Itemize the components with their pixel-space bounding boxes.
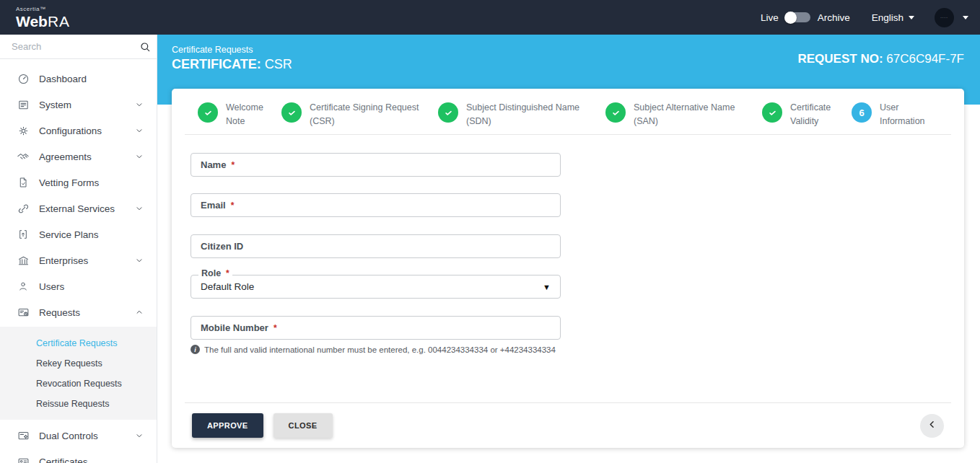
chevron-down-icon (135, 256, 144, 265)
mobile-number-field[interactable]: Mobile Number * (191, 316, 561, 340)
handshake-icon (17, 150, 30, 163)
required-asterisk: * (226, 268, 229, 278)
avatar-text: ···· (940, 15, 948, 19)
chevron-down-icon (135, 152, 144, 161)
search-input[interactable] (12, 41, 139, 52)
user-information-form: Name * Email * Citizen ID Role* Default … (172, 135, 964, 354)
request-card-icon (17, 306, 30, 319)
check-icon (762, 102, 782, 123)
name-field[interactable]: Name * (191, 153, 561, 177)
sidebar-item-label: Requests (39, 307, 80, 318)
chevron-down-icon: ▼ (543, 283, 551, 291)
dual-card-icon (17, 429, 30, 442)
sidebar-item-enterprises[interactable]: Enterprises (0, 247, 157, 273)
sidebar-item-label: Certificates (39, 457, 88, 463)
gear-icon (17, 124, 30, 137)
step-welcome-note[interactable]: Welcome Note (198, 102, 272, 128)
check-icon (281, 102, 302, 123)
email-field[interactable]: Email * (191, 193, 561, 217)
step-user-information[interactable]: 6 User Information (852, 102, 941, 128)
step-number-badge: 6 (852, 102, 872, 123)
submenu-item-certificate-requests[interactable]: Certificate Requests (0, 333, 157, 353)
previous-step-button[interactable] (920, 414, 944, 438)
main-content: Certificate Requests CERTIFICATE: CSR RE… (157, 35, 980, 463)
sidebar-item-service-plans[interactable]: Service Plans (0, 221, 157, 247)
required-asterisk: * (231, 200, 235, 211)
role-selected-value: Default Role (201, 281, 254, 292)
step-certificate-validity[interactable]: Certificate Validity (762, 102, 842, 128)
brand-ra: RA (48, 13, 70, 30)
certificate-icon (17, 455, 30, 463)
required-asterisk: * (274, 323, 277, 333)
sidebar-item-users[interactable]: Users (0, 273, 157, 299)
brand-title: WebRA (16, 14, 157, 29)
approve-button[interactable]: APPROVE (192, 413, 263, 438)
wizard-stepper: Welcome Note Certificate Signing Request… (185, 89, 951, 134)
email-field-label: Email (201, 200, 226, 211)
chevron-up-icon (135, 308, 144, 317)
close-button[interactable]: CLOSE (274, 413, 333, 438)
sidebar-item-label: Service Plans (39, 229, 99, 240)
citizen-id-field[interactable]: Citizen ID (191, 234, 561, 258)
avatar[interactable]: ···· (935, 8, 954, 27)
submenu-item-rekey-requests[interactable]: Rekey Requests (0, 353, 157, 374)
role-select[interactable]: Default Role ▼ (191, 275, 561, 299)
requests-submenu: Certificate Requests Rekey Requests Revo… (0, 327, 157, 420)
sidebar-item-label: External Services (39, 203, 115, 214)
topbar-actions: Live Archive English ···· (761, 8, 980, 27)
chevron-down-icon (909, 16, 914, 19)
breadcrumb: Certificate Requests (172, 45, 292, 55)
chevron-down-icon (135, 126, 144, 135)
plan-icon (17, 228, 30, 241)
sidebar-item-configurations[interactable]: Configurations (0, 118, 157, 144)
top-bar: Ascertia™ WebRA Live Archive English ···… (0, 0, 980, 35)
sidebar-item-requests[interactable]: Requests (0, 299, 157, 325)
language-dropdown[interactable]: English (872, 12, 914, 23)
step-san[interactable]: Subject Alternative Name (SAN) (605, 102, 753, 128)
sidebar-item-certificates[interactable]: Certificates (0, 449, 157, 463)
sidebar-item-external-services[interactable]: External Services (0, 195, 157, 221)
sidebar-item-agreements[interactable]: Agreements (0, 144, 157, 169)
role-select-wrap: Role* Default Role ▼ (191, 275, 561, 299)
step-label: Certificate Validity (790, 101, 842, 128)
sidebar-item-label: Dashboard (39, 74, 87, 84)
page-title-value: CSR (265, 57, 292, 71)
archive-label: Archive (818, 12, 850, 23)
request-number-label: REQUEST NO: (797, 52, 883, 66)
check-icon (198, 102, 218, 123)
sidebar-item-dashboard[interactable]: Dashboard (0, 66, 157, 92)
step-label: Subject Distinguished Name (SDN) (466, 101, 596, 128)
mobile-number-field-label: Mobile Number (201, 322, 268, 333)
search-icon[interactable] (139, 40, 152, 53)
sidebar-item-label: Configurations (39, 125, 102, 136)
check-icon (605, 102, 626, 123)
sidebar-item-label: Enterprises (39, 255, 88, 266)
user-menu-chevron-icon[interactable] (963, 16, 968, 19)
sidebar-search (0, 35, 157, 59)
check-icon (438, 102, 458, 123)
brand-web: Web (16, 13, 48, 30)
sidebar-item-dual-controls[interactable]: Dual Controls (0, 423, 157, 449)
brand-company: Ascertia™ (16, 6, 157, 12)
sidebar-item-label: Dual Controls (39, 431, 98, 441)
brand-logo[interactable]: Ascertia™ WebRA (0, 6, 157, 29)
sidebar-item-system[interactable]: System (0, 92, 157, 118)
role-field-label: Role* (198, 269, 232, 279)
footer-buttons: APPROVE CLOSE (192, 413, 333, 438)
submenu-item-revocation-requests[interactable]: Revocation Requests (0, 374, 157, 394)
sidebar-item-vetting-forms[interactable]: Vetting Forms (0, 169, 157, 195)
bank-icon (17, 254, 30, 267)
wizard-footer: APPROVE CLOSE (185, 402, 951, 448)
step-csr[interactable]: Certificate Signing Request (CSR) (281, 102, 429, 128)
helper-text: The full and valid international number … (204, 345, 556, 354)
required-asterisk: * (231, 160, 235, 170)
wizard-card: Welcome Note Certificate Signing Request… (172, 89, 964, 448)
live-archive-toggle[interactable] (786, 12, 810, 22)
toggle-knob (784, 12, 797, 24)
mobile-helper-text: i The full and valid international numbe… (191, 345, 951, 354)
citizen-id-field-label: Citizen ID (201, 241, 243, 252)
step-sdn[interactable]: Subject Distinguished Name (SDN) (438, 102, 596, 128)
request-number-value: 67C6C94F-7F (886, 52, 964, 66)
step-label: User Information (880, 101, 941, 128)
submenu-item-reissue-requests[interactable]: Reissue Requests (0, 394, 157, 414)
